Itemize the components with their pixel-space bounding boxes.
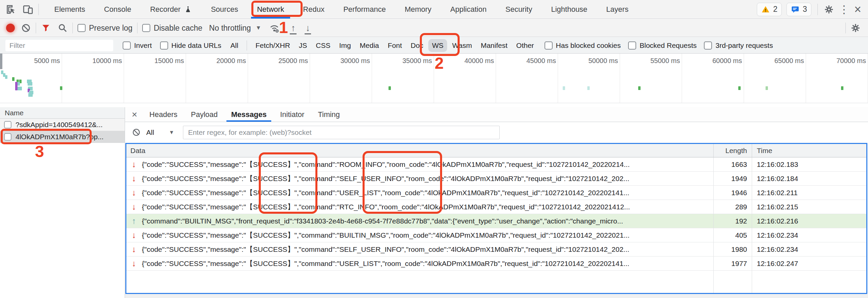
timeline-tick-label: 20000 ms <box>216 57 246 65</box>
message-row[interactable]: ↓ {"code":"SUCCESS","message":"【SUCCESS】… <box>126 157 866 172</box>
arrow-down-icon: ↓ <box>130 174 142 183</box>
chevron-down-icon[interactable]: ▼ <box>256 25 261 31</box>
detail-tab-headers[interactable]: Headers <box>143 107 184 122</box>
tab-recorder[interactable]: Recorder <box>141 0 201 19</box>
tab-security[interactable]: Security <box>496 0 541 19</box>
filter-type-js[interactable]: JS <box>295 39 311 52</box>
messages-table: Data Length Time ↓ {"code":"SUCCESS","me… <box>125 143 867 294</box>
settings-gear-icon[interactable] <box>824 4 834 14</box>
tab-lighthouse[interactable]: Lighthouse <box>541 0 597 19</box>
arrow-down-icon: ↓ <box>130 259 142 268</box>
name-column-header[interactable]: Name <box>0 107 125 119</box>
timeline-canvas[interactable]: 5000 ms 10000 ms 15000 ms 20000 ms 25000… <box>0 54 868 103</box>
filter-type-img[interactable]: Img <box>336 39 355 52</box>
messages-count: 3 <box>803 5 807 14</box>
request-checkbox[interactable] <box>4 133 11 141</box>
filter-funnel-icon[interactable] <box>41 23 51 33</box>
message-type-dropdown[interactable]: All <box>146 128 154 137</box>
arrow-down-icon: ↓ <box>130 159 142 169</box>
filter-type-doc[interactable]: Doc <box>407 39 427 52</box>
timeline-tick-label: 25000 ms <box>278 57 308 65</box>
timeline-request-dot <box>28 82 30 86</box>
detail-tab-payload[interactable]: Payload <box>184 107 225 122</box>
network-settings-gear-icon[interactable] <box>850 23 861 33</box>
filter-type-fetch-xhr[interactable]: Fetch/XHR <box>252 39 294 52</box>
close-devtools-icon[interactable]: × <box>854 3 861 16</box>
import-har-icon[interactable]: ↑ <box>290 23 297 33</box>
message-row[interactable]: ↓ {"code":"SUCCESS","message":"【SUCCESS】… <box>126 257 866 271</box>
request-checkbox[interactable] <box>4 121 11 128</box>
messages-toolbar: All ▼ <box>125 122 868 143</box>
filter-type-css[interactable]: CSS <box>312 39 334 52</box>
clear-network-log-icon[interactable] <box>21 23 31 33</box>
preserve-log-checkbox[interactable] <box>78 24 86 32</box>
detail-tab-timing[interactable]: Timing <box>311 107 346 122</box>
invert-checkbox[interactable] <box>123 41 131 50</box>
filter-type-font[interactable]: Font <box>384 39 406 52</box>
detail-tab-initiator[interactable]: Initiator <box>273 107 311 122</box>
filter-type-media[interactable]: Media <box>356 39 383 52</box>
timeline-tick-label: 70000 ms <box>836 57 866 65</box>
request-row-websocket[interactable]: 4lOkADPmX1M0aR7b?op... <box>0 131 125 143</box>
column-header-time[interactable]: Time <box>752 144 866 157</box>
arrow-down-icon: ↓ <box>130 188 142 198</box>
tab-console[interactable]: Console <box>95 0 141 19</box>
message-row[interactable]: ↓ {"code":"SUCCESS","message":"【SUCCESS】… <box>126 186 866 200</box>
message-row[interactable]: ↓ {"code":"SUCCESS","message":"【SUCCESS】… <box>126 172 866 186</box>
inspect-element-icon[interactable] <box>5 4 17 15</box>
clear-messages-icon[interactable] <box>132 128 141 137</box>
tab-memory[interactable]: Memory <box>395 0 441 19</box>
messages-badge[interactable]: 3 <box>786 3 811 16</box>
tab-network[interactable]: Network <box>248 0 294 19</box>
more-options-icon[interactable]: ⋮ <box>839 4 849 15</box>
message-row[interactable]: ↓ {"code":"SUCCESS","message":"【SUCCESS】… <box>126 200 866 214</box>
filter-type-other[interactable]: Other <box>513 39 538 52</box>
has-blocked-cookies-checkbox[interactable] <box>545 41 553 50</box>
chevron-down-icon[interactable]: ▼ <box>169 129 174 136</box>
message-time: 12:16:02.211 <box>752 186 866 200</box>
tab-sources[interactable]: Sources <box>202 0 248 19</box>
divider <box>38 4 39 15</box>
third-party-requests-checkbox[interactable] <box>704 41 712 50</box>
tab-application[interactable]: Application <box>441 0 496 19</box>
tab-elements[interactable]: Elements <box>45 0 95 19</box>
message-time: 12:16:02.184 <box>752 172 866 185</box>
message-row[interactable]: ↓ {"code":"SUCCESS","message":"【SUCCESS】… <box>126 242 866 257</box>
close-detail-icon[interactable]: × <box>132 109 137 120</box>
throttling-dropdown[interactable]: No throttling <box>209 24 251 33</box>
message-time: 12:16:02.234 <box>752 228 866 242</box>
warnings-count: 2 <box>773 5 777 14</box>
message-bubble-icon <box>791 5 800 14</box>
hide-data-urls-label: Hide data URLs <box>172 41 221 50</box>
search-icon[interactable] <box>58 23 68 33</box>
filter-type-manifest[interactable]: Manifest <box>477 39 511 52</box>
message-regex-input[interactable] <box>183 126 500 139</box>
hide-data-urls-checkbox[interactable] <box>160 41 168 50</box>
divider <box>285 23 285 33</box>
filter-input[interactable] <box>5 40 113 51</box>
export-har-icon[interactable]: ↓ <box>305 23 311 33</box>
timeline-scrub-handle[interactable] <box>0 54 2 69</box>
filter-type-ws[interactable]: WS <box>428 39 447 52</box>
filter-type-wasm[interactable]: Wasm <box>448 39 476 52</box>
message-text: {"command":"BUILTIN_MSG","front_request_… <box>142 217 623 225</box>
blocked-requests-checkbox[interactable] <box>628 41 636 50</box>
disable-cache-checkbox[interactable] <box>142 24 150 32</box>
detail-tab-messages[interactable]: Messages <box>224 107 273 122</box>
has-blocked-cookies-label: Has blocked cookies <box>556 41 621 50</box>
request-row-sdkappid[interactable]: ?sdkAppid=1400549412&... <box>0 119 125 131</box>
flask-experiment-icon <box>184 5 192 13</box>
network-conditions-icon[interactable] <box>269 22 280 34</box>
warnings-badge[interactable]: 2 <box>757 3 782 16</box>
tab-performance[interactable]: Performance <box>334 0 395 19</box>
record-network-log-button[interactable] <box>6 24 15 32</box>
tab-layers[interactable]: Layers <box>597 0 638 19</box>
column-header-data[interactable]: Data <box>126 144 713 157</box>
tab-redux[interactable]: Redux <box>293 0 334 19</box>
message-row[interactable]: ↑ {"command":"BUILTIN_MSG","front_reques… <box>126 214 866 228</box>
message-row[interactable]: ↓ {"code":"SUCCESS","message":"【SUCCESS】… <box>126 228 866 242</box>
device-toolbar-icon[interactable] <box>22 4 34 15</box>
column-header-length[interactable]: Length <box>713 144 752 157</box>
filter-type-all[interactable]: All <box>227 39 242 52</box>
request-name: ?sdkAppid=1400549412&... <box>16 121 103 129</box>
